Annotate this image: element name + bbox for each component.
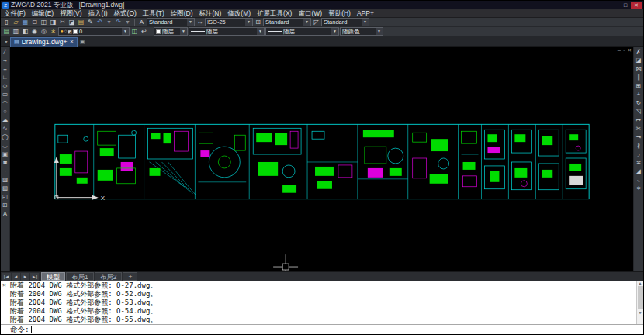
undo-menu-arrow[interactable]: ▾ <box>105 19 113 26</box>
layer-previous-icon[interactable]: ↩ <box>140 28 148 36</box>
layer-states-icon[interactable]: ▥ <box>12 28 20 36</box>
revcloud-tool-icon[interactable]: ☁ <box>2 116 9 124</box>
文件(F)[interactable]: 文件(F) <box>1 9 29 18</box>
match-properties-icon[interactable]: ✎ <box>86 19 95 26</box>
视图(V)[interactable]: 视图(V) <box>57 9 85 18</box>
preview-icon[interactable]: ◫ <box>40 19 48 26</box>
fillet-tool-icon[interactable]: ◟ <box>635 176 642 184</box>
cut-icon[interactable]: ✂ <box>58 19 67 26</box>
document-tab-drawing1[interactable]: ▤ Drawing1.dwg+ ✕ <box>10 37 78 47</box>
linetype-select[interactable]: 随层 ▼ <box>189 27 265 36</box>
minimize-button[interactable]: ─ <box>609 2 620 9</box>
layer-select[interactable]: ● ○ ◩ 0 ▼ <box>58 27 130 36</box>
first-layout-button[interactable]: |◄ <box>2 273 11 281</box>
plot-icon[interactable]: ⊟ <box>30 19 39 26</box>
point-tool-icon[interactable]: ∙ <box>2 168 9 175</box>
layer-unisolate-icon[interactable]: ◉ <box>30 28 39 36</box>
mtext-tool-icon[interactable]: A <box>2 210 9 218</box>
undo-icon[interactable]: ↶ <box>95 19 104 26</box>
hatch-tool-icon[interactable]: ▨ <box>2 176 9 184</box>
chevron-down-icon[interactable]: ▼ <box>245 19 252 26</box>
close-button[interactable]: ✕ <box>631 2 642 9</box>
绘图(D)[interactable]: 绘图(D) <box>168 9 196 18</box>
APP+[interactable]: APP+ <box>354 9 377 18</box>
command-input-line[interactable]: 命令: <box>1 324 643 334</box>
格式(O)[interactable]: 格式(O) <box>111 9 140 18</box>
stretch-tool-icon[interactable]: ↦ <box>635 116 642 124</box>
break-at-point-tool-icon[interactable]: ∦ <box>635 142 642 150</box>
table-style-select[interactable]: Standard ▼ <box>263 18 311 26</box>
标注(N)[interactable]: 标注(N) <box>196 9 225 18</box>
move-tool-icon[interactable]: + <box>635 91 642 98</box>
command-window-close-icon[interactable]: ✕ <box>2 281 6 288</box>
copy-tool-icon[interactable]: ◪ <box>635 57 642 64</box>
layer-freeze-icon[interactable]: ◎ <box>40 28 48 36</box>
doc-tab-menu-button[interactable]: ▾ <box>2 39 10 44</box>
layout-tab[interactable]: 布局1 <box>66 272 94 281</box>
color-select[interactable]: 随层 ▼ <box>154 27 188 36</box>
rotate-tool-icon[interactable]: ↻ <box>635 99 642 107</box>
new-document-tab-button[interactable]: ▣ <box>78 39 87 45</box>
ellipse-arc-tool-icon[interactable]: ◡ <box>2 142 9 150</box>
chevron-down-icon[interactable]: ▼ <box>122 28 129 35</box>
arc-tool-icon[interactable]: ◠ <box>2 99 9 107</box>
chevron-down-icon[interactable]: ▼ <box>187 19 194 26</box>
插入(I)[interactable]: 插入(I) <box>85 9 111 18</box>
next-layout-button[interactable]: ► <box>21 273 29 281</box>
maximize-button[interactable]: □ <box>620 2 631 9</box>
document-tab-close-icon[interactable]: ✕ <box>69 39 74 45</box>
redo-menu-arrow[interactable]: ▾ <box>123 19 132 26</box>
array-tool-icon[interactable]: ⊞ <box>635 82 642 90</box>
circle-tool-icon[interactable]: ○ <box>2 108 9 116</box>
paste-icon[interactable]: ▤ <box>77 19 85 26</box>
drawing-close-button[interactable]: ✕ <box>628 47 632 54</box>
lineweight-select[interactable]: 随层 ▼ <box>265 27 339 36</box>
chevron-down-icon[interactable]: ▼ <box>376 28 383 35</box>
break-tool-icon[interactable]: ◞ <box>635 150 642 158</box>
redo-icon[interactable]: ↷ <box>114 19 123 26</box>
trim-tool-icon[interactable]: ✂ <box>635 125 642 133</box>
mleader-style-select[interactable]: Standard ▼ <box>321 18 369 26</box>
chevron-down-icon[interactable]: ▼ <box>331 28 338 35</box>
insert-block-tool-icon[interactable]: ▣ <box>2 150 9 158</box>
drawing-canvas[interactable]: ─ ▫ ✕ X <box>10 47 633 271</box>
chevron-down-icon[interactable]: ▼ <box>257 28 264 35</box>
line-tool-icon[interactable]: ∕ <box>2 48 9 56</box>
rectangle-tool-icon[interactable]: ▭ <box>2 91 9 98</box>
copy-clip-icon[interactable]: ◪ <box>68 19 76 26</box>
layout-tab[interactable]: 布局2 <box>95 272 123 281</box>
command-scrollbar[interactable]: ▲ ▼ <box>636 281 643 324</box>
chevron-down-icon[interactable]: ▼ <box>180 28 187 35</box>
layer-off-icon[interactable]: ∗ <box>49 28 57 36</box>
scrollbar-thumb[interactable] <box>638 286 643 309</box>
prev-layout-button[interactable]: ◄ <box>12 273 20 281</box>
drawing-restore-button[interactable]: ▫ <box>623 47 625 54</box>
gradient-tool-icon[interactable]: ▧ <box>2 185 9 192</box>
join-tool-icon[interactable]: ≍ <box>635 159 642 167</box>
make-object-layer-current-icon[interactable]: ◫ <box>130 28 139 36</box>
plot-style-select[interactable]: 随颜色 ▼ <box>340 27 383 36</box>
new-icon[interactable]: ▯ <box>2 19 11 26</box>
dim-style-select[interactable]: ISO-25 ▼ <box>205 18 253 26</box>
ellipse-tool-icon[interactable]: ◯ <box>2 133 9 141</box>
scroll-up-icon[interactable]: ▲ <box>637 281 643 285</box>
chevron-down-icon[interactable]: ▼ <box>362 19 369 26</box>
修改(M)[interactable]: 修改(M) <box>224 9 254 18</box>
extend-tool-icon[interactable]: ⇥ <box>635 133 642 141</box>
chamfer-tool-icon[interactable]: ◢ <box>635 168 642 175</box>
make-block-tool-icon[interactable]: ◙ <box>2 159 9 167</box>
polyline-tool-icon[interactable]: ∟ <box>2 74 9 81</box>
帮助(H)[interactable]: 帮助(H) <box>325 9 354 18</box>
chevron-down-icon[interactable]: ▼ <box>303 19 310 26</box>
layer-isolate-icon[interactable]: ◧ <box>21 28 29 36</box>
region-tool-icon[interactable]: ◰ <box>2 193 9 201</box>
spline-tool-icon[interactable]: ∿ <box>2 125 9 133</box>
erase-tool-icon[interactable]: ✗ <box>635 48 642 56</box>
last-layout-button[interactable]: ►| <box>30 273 39 281</box>
窗口(W)[interactable]: 窗口(W) <box>295 9 325 18</box>
scroll-down-icon[interactable]: ▼ <box>637 310 643 315</box>
save-icon[interactable]: ▦ <box>21 19 29 26</box>
text-style-select[interactable]: Standard ▼ <box>147 18 195 26</box>
scale-tool-icon[interactable]: ◹ <box>635 108 642 116</box>
explode-tool-icon[interactable]: ∗ <box>635 185 642 192</box>
